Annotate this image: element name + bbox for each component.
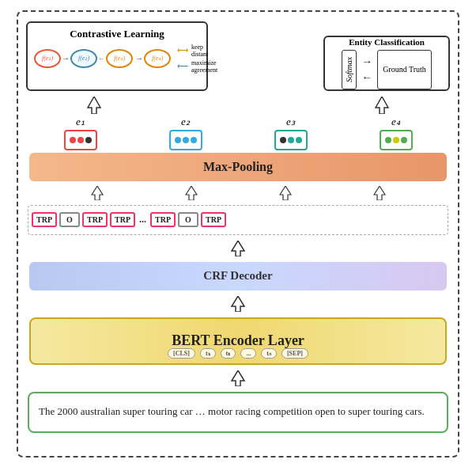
e3-dots <box>274 130 308 150</box>
distant-arrow-icon: ⟷ <box>177 46 188 55</box>
arrow-crf-to-trp <box>26 240 450 257</box>
up-arrow-crf-icon <box>230 241 246 256</box>
token-o1: O <box>59 212 80 227</box>
input-text-box: The 2000 australian super touring car … … <box>28 392 448 433</box>
ground-truth-box: Ground Truth <box>377 50 432 89</box>
legend-agree-label: maximize agreement <box>191 59 217 74</box>
svg-marker-3 <box>186 186 197 200</box>
svg-marker-8 <box>232 370 244 386</box>
entity-right-arrow-icon: → <box>361 55 372 68</box>
bert-token-cls: [CLS] <box>168 348 195 359</box>
entity-e1: e₁ <box>64 116 97 150</box>
token-trp2: TRP <box>82 212 108 227</box>
entity-class-title: Entity Classification <box>349 37 425 47</box>
contrastive-learning-box: Contrastive Learning f(e₁) → f(e₂) ← f(e… <box>26 21 208 91</box>
oval-e4: f(e₄) <box>144 49 171 68</box>
oval-e1: f(e₁) <box>34 49 61 68</box>
arrows-to-top <box>26 97 450 113</box>
bert-label: BERT Encoder Layer <box>172 332 304 349</box>
main-diagram: Contrastive Learning f(e₁) → f(e₂) ← f(e… <box>17 10 459 458</box>
svg-marker-4 <box>280 186 291 200</box>
e4-dots <box>380 130 413 150</box>
arrow-bert-to-crf <box>26 295 450 313</box>
e4-dot3 <box>401 137 407 143</box>
bert-token-sep: [SEP] <box>281 348 308 359</box>
token-trp5: TRP <box>201 212 226 227</box>
svg-marker-0 <box>88 97 100 114</box>
entity-e3: e₃ <box>274 116 308 150</box>
legend-distant-label: keep distant <box>191 44 217 58</box>
entity-e4: e₄ <box>380 116 413 150</box>
bert-token-dots: ... <box>240 348 256 359</box>
entity-classification-box: Entity Classification Softmax → ← Ground… <box>323 36 450 91</box>
token-o2: O <box>178 212 198 227</box>
e3-dot1 <box>280 137 286 143</box>
svg-marker-2 <box>92 186 103 200</box>
svg-marker-6 <box>232 241 244 256</box>
bert-token-t1: t₁ <box>200 348 216 359</box>
bert-encoder-bar: BERT Encoder Layer [CLS] t₁ t₂ ... tₙ [S… <box>29 317 447 365</box>
up-arrow-trp2-icon <box>185 186 198 200</box>
token-trp1: TRP <box>32 212 57 227</box>
max-pooling-bar: Max-Pooling <box>29 153 447 181</box>
arrow-text-to-bert <box>26 370 450 387</box>
e1-dots <box>64 130 97 150</box>
legend: ⟷ keep distant ⟵ maximize agreement <box>177 44 217 74</box>
input-text: The 2000 australian super touring car … … <box>39 404 425 419</box>
e2-label: e₂ <box>181 116 190 128</box>
contrastive-title: Contrastive Learning <box>34 28 200 40</box>
e3-dot3 <box>296 137 302 143</box>
bert-token-tn: tₙ <box>261 348 277 359</box>
up-arrow-trp4-icon <box>373 186 386 200</box>
softmax-box: Softmax <box>342 50 357 89</box>
arrows-to-maxpool <box>26 186 450 200</box>
token-trp4: TRP <box>150 212 176 227</box>
e4-label: e₄ <box>391 116 400 128</box>
oval-e3: f(e₃) <box>106 49 133 68</box>
entity-left-arrow-icon: ← <box>361 71 372 84</box>
entity-labels-row: e₁ e₂ e₃ e₄ <box>26 118 450 148</box>
up-arrow-text-icon <box>230 370 246 386</box>
softmax-label: Softmax <box>345 56 353 82</box>
token-dots: ... <box>138 214 148 226</box>
e2-dots <box>169 130 202 150</box>
up-arrow-entity-icon <box>374 97 390 114</box>
bert-token-t2: t₂ <box>221 348 236 359</box>
e1-dot3 <box>85 137 92 143</box>
e2-dot3 <box>191 137 197 143</box>
e3-dot2 <box>288 137 294 143</box>
e4-dot1 <box>385 137 391 143</box>
e1-dot1 <box>70 137 76 143</box>
oval-row: f(e₁) → f(e₂) ← f(e₃) → f(e₄) <box>34 49 171 68</box>
top-row: Contrastive Learning f(e₁) → f(e₂) ← f(e… <box>26 20 450 91</box>
svg-marker-7 <box>232 296 244 312</box>
token-row: TRP O TRP TRP ... TRP O TRP <box>28 205 448 235</box>
max-pooling-label: Max-Pooling <box>203 160 273 174</box>
e3-label: e₃ <box>286 116 295 128</box>
e1-dot2 <box>77 137 84 143</box>
svg-marker-1 <box>376 97 388 114</box>
crf-decoder-bar: CRF Decoder <box>29 262 447 290</box>
oval-e2: f(e₂) <box>70 49 97 68</box>
legend-distant: ⟷ keep distant <box>177 44 217 58</box>
up-arrow-bert-icon <box>230 296 246 312</box>
ground-truth-label: Ground Truth <box>383 65 426 74</box>
entity-e2: e₂ <box>169 116 202 150</box>
token-trp3: TRP <box>110 212 135 227</box>
bert-tokens: [CLS] t₁ t₂ ... tₙ [SEP] <box>168 348 308 359</box>
e4-dot2 <box>393 137 399 143</box>
e1-label: e₁ <box>76 116 85 128</box>
crf-label: CRF Decoder <box>203 269 272 283</box>
legend-agree: ⟵ maximize agreement <box>177 59 217 74</box>
e2-dot1 <box>175 137 181 143</box>
svg-marker-5 <box>374 186 385 200</box>
up-arrow-contrastive-icon <box>86 97 102 114</box>
up-arrow-trp3-icon <box>279 186 292 200</box>
e2-dot2 <box>183 137 189 143</box>
agree-arrow-icon: ⟵ <box>177 62 188 70</box>
up-arrow-trp1-icon <box>91 186 104 200</box>
